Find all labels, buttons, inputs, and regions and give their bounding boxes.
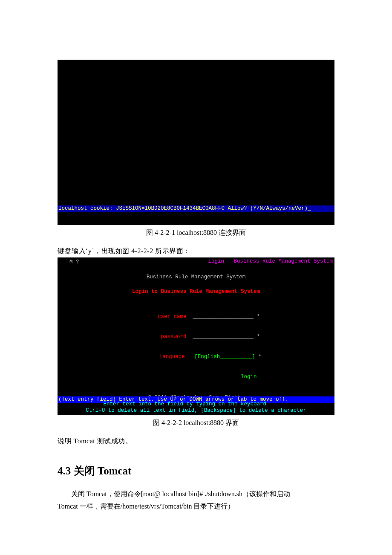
section-heading-4-3: 4.3 关闭 Tomcat [58,464,334,478]
shutdown-paragraph-line1: 关闭 Tomcat，使用命令[root@ localhost bin]# ./s… [58,488,334,500]
login-subtitle: Login to Business Rule Management System [59,289,333,295]
terminal-cookie-prompt: localhost cookie: JSESSION=10BD20E8CB0F1… [58,60,334,225]
figure-caption-1: 图 4-2-2-1 localhost:8880 连接界面 [58,228,334,237]
success-text: 说明 Tomcat 测试成功。 [58,437,334,446]
required-star-2: * [257,334,260,340]
cookie-prompt-line: localhost cookie: JSESSION=10BD20E8CB0F1… [58,205,334,212]
required-star: * [257,314,260,320]
instruction-lines: Enter text into the field by typing on t… [58,401,334,414]
login-form: user name ___________________ * password… [59,307,333,387]
intro-paragraph: 键盘输入‘y’，出现如图 4-2-2-2 所示界面： [58,247,334,256]
username-field[interactable]: ___________________ [193,314,254,320]
password-field[interactable]: ___________________ [193,334,254,340]
language-label: Language [159,354,185,360]
language-select[interactable]: [English__________] [194,354,255,360]
required-star-3: * [258,354,262,360]
terminal-login-screen: login - Business Rule Management System … [58,257,334,415]
password-label: password [161,334,186,340]
document-page: localhost cookie: JSESSION=10BD20E8CB0F1… [0,0,392,555]
shutdown-paragraph-line2: Tomcat 一样，需要在/home/test/vrs/Tomcat/bin 目… [58,500,334,513]
figure-caption-2: 图 4-2-2-2 localhost:8880 界面 [58,419,334,428]
username-label: user name [158,314,187,320]
system-title: Business Rule Management System [59,274,333,281]
login-button[interactable]: login [241,374,257,380]
